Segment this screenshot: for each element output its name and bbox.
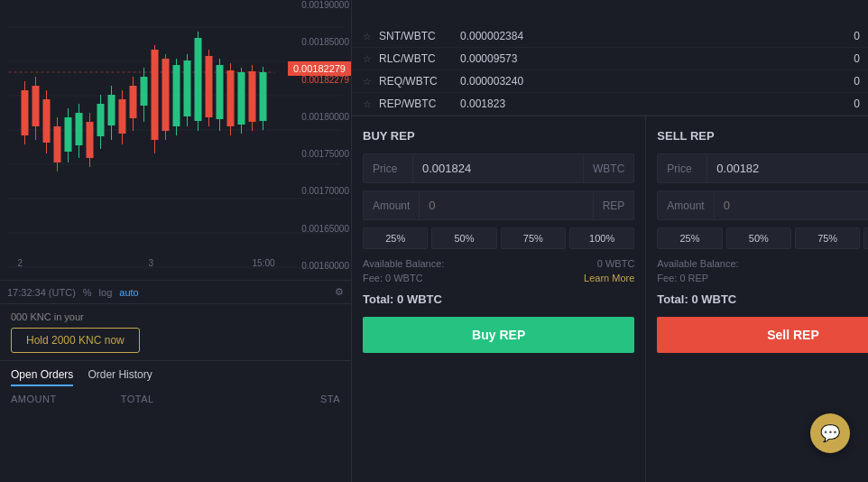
buy-fee-row: Fee: 0 WBTC Learn More <box>363 273 634 283</box>
svg-rect-16 <box>54 126 61 162</box>
buy-price-group: Price WBTC <box>363 153 634 183</box>
svg-rect-48 <box>227 70 235 126</box>
sell-75-button[interactable]: 75% <box>795 227 860 249</box>
star-icon[interactable]: ☆ <box>363 76 372 88</box>
buy-amount-input[interactable] <box>420 191 592 219</box>
percent-label[interactable]: % <box>83 287 92 298</box>
ticker-row[interactable]: ☆ SNT/WBTC 0.000002384 0 <box>352 25 868 48</box>
buy-price-currency: WBTC <box>583 155 633 182</box>
candlestick-chart: 2 3 15:00 <box>0 0 351 271</box>
buy-learn-more-link[interactable]: Learn More <box>584 273 634 283</box>
timestamp-label: 17:32:34 (UTC) <box>7 287 76 298</box>
ticker-pair: REP/WBTC <box>379 97 460 110</box>
buy-100-button[interactable]: 100% <box>569 227 634 249</box>
chat-icon: 💬 <box>820 423 840 443</box>
banner-text: 000 KNC in your <box>11 311 340 322</box>
auto-label[interactable]: auto <box>119 287 138 298</box>
svg-rect-34 <box>152 50 159 140</box>
sell-balance-row: Available Balance: 0 REP <box>657 258 868 269</box>
ticker-pair: RLC/WBTC <box>379 52 460 65</box>
col-header-status: STA <box>230 394 340 404</box>
ticker-pair: SNT/WBTC <box>379 30 460 42</box>
banner-area: 000 KNC in your Hold 2000 KNC now <box>0 303 351 360</box>
buy-total-label: Total: <box>363 292 393 306</box>
sell-price-group: Price WBTC <box>657 153 868 183</box>
sell-price-input[interactable] <box>707 154 868 182</box>
buy-total-row: Total: 0 WBTC <box>363 292 634 306</box>
chart-area: 2 3 15:00 0.00190000 0.00185000 0.001822… <box>0 0 351 280</box>
svg-rect-22 <box>87 122 94 158</box>
col-header-total: TOTAL <box>121 394 231 404</box>
svg-rect-24 <box>97 104 105 136</box>
star-icon[interactable]: ☆ <box>363 53 372 65</box>
sell-amount-input[interactable] <box>715 191 868 219</box>
svg-text:2: 2 <box>18 258 23 268</box>
svg-rect-10 <box>22 90 29 135</box>
svg-rect-14 <box>43 99 51 143</box>
buy-total-value: 0 WBTC <box>397 292 442 306</box>
svg-rect-42 <box>195 38 202 121</box>
svg-rect-40 <box>184 60 191 116</box>
sell-rep-button[interactable]: Sell REP <box>657 317 868 353</box>
svg-rect-32 <box>141 77 148 106</box>
sell-50-button[interactable]: 50% <box>726 227 791 249</box>
right-panel: ← Wallet ☆ SNT/WBTC 0.000002384 0 ☆ RLC/… <box>352 0 868 482</box>
buy-balance-label: Available Balance: <box>363 258 444 269</box>
svg-rect-26 <box>108 95 115 125</box>
trading-forms: BUY REP Price WBTC Amount REP 25% 50% 75… <box>352 116 868 482</box>
ticker-volume: 0 <box>839 75 868 88</box>
ticker-row[interactable]: ☆ REP/WBTC 0.001823 0 3.96% <box>352 93 868 116</box>
buy-fee-label: Fee: 0 WBTC <box>363 273 423 283</box>
sell-pct-buttons: 25% 50% 75% 100% <box>657 227 868 249</box>
settings-icon[interactable]: ⚙ <box>335 286 344 298</box>
sell-fee-label: Fee: 0 REP <box>657 273 708 283</box>
ticker-price: 0.001823 <box>460 97 839 110</box>
hold-knc-button[interactable]: Hold 2000 KNC now <box>11 328 140 353</box>
buy-25-button[interactable]: 25% <box>363 227 428 249</box>
ticker-price: 0.000002384 <box>460 30 839 42</box>
sell-25-button[interactable]: 25% <box>657 227 722 249</box>
sell-total-row: Total: 0 WBTC <box>657 292 868 306</box>
ticker-row[interactable]: ☆ RLC/WBTC 0.00009573 0 -1.49% <box>352 48 868 70</box>
svg-rect-46 <box>217 65 224 119</box>
tab-open-orders[interactable]: Open Orders <box>11 368 73 386</box>
buy-amount-group: Amount REP <box>363 190 634 220</box>
svg-rect-50 <box>238 72 245 125</box>
sell-amount-label: Amount <box>658 192 714 219</box>
orders-table-header: AMOUNT TOTAL STA <box>11 394 340 404</box>
chart-panel: 2 3 15:00 0.00190000 0.00185000 0.001822… <box>0 0 352 482</box>
buy-rep-button[interactable]: Buy REP <box>363 317 634 353</box>
buy-balance-row: Available Balance: 0 WBTC <box>363 258 634 269</box>
sell-balance-label: Available Balance: <box>657 258 738 269</box>
ticker-price: 0.00009573 <box>460 52 839 65</box>
buy-75-button[interactable]: 75% <box>501 227 566 249</box>
svg-rect-20 <box>76 113 83 145</box>
buy-form-title: BUY REP <box>363 129 634 143</box>
buy-price-input[interactable] <box>413 154 583 182</box>
star-icon[interactable]: ☆ <box>363 31 372 42</box>
sell-total-label: Total: <box>657 292 688 306</box>
svg-text:15:00: 15:00 <box>253 258 275 268</box>
sell-100-button[interactable]: 100% <box>863 227 868 249</box>
ticker-row[interactable]: ☆ REQ/WBTC 0.000003240 0 2.19% <box>352 70 868 93</box>
sell-total-value: 0 WBTC <box>691 292 736 306</box>
buy-pct-buttons: 25% 50% 75% 100% <box>363 227 634 249</box>
sell-fee-row: Fee: 0 REP Learn More <box>657 273 868 283</box>
ticker-pair: REQ/WBTC <box>379 75 460 88</box>
sell-form-title: SELL REP <box>657 129 868 143</box>
buy-balance-value: 0 WBTC <box>597 258 635 269</box>
sell-price-label: Price <box>658 155 707 182</box>
chat-bubble[interactable]: 💬 <box>810 413 850 453</box>
svg-text:3: 3 <box>149 258 154 268</box>
orders-tabs: Open Orders Order History <box>11 368 340 386</box>
svg-rect-12 <box>32 86 40 126</box>
tab-order-history[interactable]: Order History <box>88 368 152 386</box>
log-label[interactable]: log <box>99 287 113 298</box>
buy-50-button[interactable]: 50% <box>431 227 496 249</box>
star-icon[interactable]: ☆ <box>363 98 372 110</box>
buy-price-label: Price <box>364 155 413 182</box>
ticker-header: ← Wallet <box>352 0 868 25</box>
buy-amount-label: Amount <box>364 192 420 219</box>
orders-section: Open Orders Order History AMOUNT TOTAL S… <box>0 360 351 412</box>
svg-rect-28 <box>119 99 126 134</box>
